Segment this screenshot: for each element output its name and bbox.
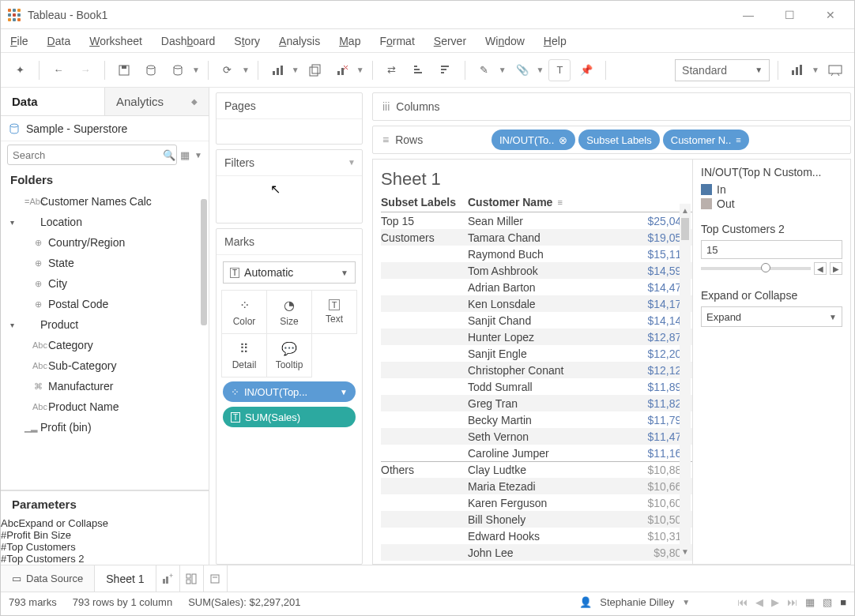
menu-data[interactable]: Data: [47, 35, 71, 47]
menu-format[interactable]: Format: [379, 35, 414, 47]
menu-window[interactable]: Window: [485, 35, 525, 47]
param-top-customers-2[interactable]: #Top Customers 2: [1, 553, 209, 565]
sort-asc-button[interactable]: [408, 59, 430, 81]
tab-datasource[interactable]: ▭Data Source: [1, 565, 95, 592]
header-subset-labels[interactable]: Subset Labels: [381, 196, 468, 208]
sheet-title[interactable]: Sheet 1: [381, 166, 692, 196]
filters-menu-icon[interactable]: ▼: [348, 158, 356, 167]
table-row[interactable]: Top 15Sean Miller$25,043: [381, 212, 692, 229]
field-manufacturer[interactable]: ⌘Manufacturer: [1, 376, 199, 396]
field-state[interactable]: ⊕State: [1, 253, 199, 273]
columns-shelf[interactable]: iiiColumns: [372, 92, 851, 121]
sheet-scrollbar[interactable]: ▲ ▼: [680, 204, 691, 558]
mark-detail-button[interactable]: ⠿Detail: [221, 333, 267, 377]
param-profit-bin-size[interactable]: #Profit Bin Size: [1, 529, 209, 541]
table-row[interactable]: OthersClay Ludtke$10,881: [381, 461, 692, 478]
remove-icon[interactable]: ⊗: [559, 134, 567, 146]
mark-size-button[interactable]: ◔Size: [266, 290, 312, 334]
param-expand-or-collapse[interactable]: AbcExpand or Collapse: [1, 517, 209, 529]
fit-dropdown[interactable]: Standard▼: [675, 59, 770, 81]
new-worksheet-button[interactable]: +: [156, 565, 180, 592]
slider-prev-button[interactable]: ◀: [814, 262, 827, 275]
table-row[interactable]: Todd Sumrall$11,892: [381, 378, 692, 395]
nav-last-icon[interactable]: ⏭: [787, 596, 797, 608]
table-row[interactable]: Greg Tran$11,820: [381, 395, 692, 411]
view-tiles-icon[interactable]: ▧: [823, 596, 832, 608]
row-pill-customer[interactable]: Customer N..≡: [663, 130, 749, 150]
field-city[interactable]: ⊕City: [1, 273, 199, 294]
mark-tooltip-button[interactable]: 💬Tooltip: [266, 333, 312, 377]
table-row[interactable]: Hunter Lopez$12,873: [381, 329, 692, 345]
status-user[interactable]: Stephanie Dilley: [600, 596, 674, 608]
new-story-button[interactable]: [204, 565, 228, 592]
labels-button[interactable]: T: [548, 59, 571, 81]
table-row[interactable]: John Lee$9,800: [381, 544, 692, 561]
clear-sheet-button[interactable]: [331, 59, 353, 81]
present-button[interactable]: [824, 59, 846, 81]
field-customer-names-calc[interactable]: =AbcCustomer Names Calc: [1, 191, 199, 212]
table-row[interactable]: Tom Ashbrook$14,596: [381, 262, 692, 279]
tableau-icon[interactable]: ✦: [9, 59, 31, 81]
table-row[interactable]: Raymond Buch$15,117: [381, 246, 692, 262]
menu-file[interactable]: File: [10, 35, 28, 47]
table-row[interactable]: Seth Vernon$11,471: [381, 428, 692, 445]
field-sub-category[interactable]: AbcSub-Category: [1, 355, 199, 376]
menu-dashboard[interactable]: Dashboard: [161, 35, 216, 47]
swap-button[interactable]: ⇄: [381, 59, 403, 81]
table-row[interactable]: Christopher Conant$12,129: [381, 362, 692, 378]
table-row[interactable]: Caroline Jumper$11,165: [381, 445, 692, 461]
legend-out[interactable]: Out: [701, 197, 842, 210]
slider-next-button[interactable]: ▶: [830, 262, 842, 275]
maximize-button[interactable]: ☐: [778, 9, 800, 21]
autosave-button[interactable]: [167, 59, 189, 81]
new-datasource-button[interactable]: [140, 59, 162, 81]
field-profit-bin-[interactable]: ▁▂Profit (bin): [1, 417, 199, 438]
field-category[interactable]: AbcCategory: [1, 335, 199, 355]
mark-color-button[interactable]: ⁘Color: [221, 290, 267, 334]
table-row[interactable]: Bill Shonely$10,502: [381, 511, 692, 528]
mark-pill-sum-sales[interactable]: T SUM(Sales): [223, 407, 356, 427]
param-topcustomers-value[interactable]: 15: [701, 240, 842, 259]
mark-pill-inout[interactable]: ⁘ IN/OUT(Top...▼: [223, 381, 356, 402]
table-row[interactable]: Becky Martin$11,790: [381, 411, 692, 428]
view-grid-icon[interactable]: ▦: [805, 596, 815, 608]
nav-first-icon[interactable]: ⏮: [737, 596, 748, 608]
field-postal-code[interactable]: ⊕Postal Code: [1, 294, 199, 314]
view-toggle-icon[interactable]: ▦: [180, 149, 190, 161]
new-dashboard-button[interactable]: [180, 565, 204, 592]
field-country-region[interactable]: ⊕Country/Region: [1, 232, 199, 253]
sort-desc-button[interactable]: [435, 59, 457, 81]
table-row[interactable]: Sanjit Chand$14,142: [381, 312, 692, 329]
menu-map[interactable]: Map: [339, 35, 360, 47]
menu-story[interactable]: Story: [234, 35, 260, 47]
forward-button[interactable]: →: [74, 59, 96, 81]
field-product-name[interactable]: AbcProduct Name: [1, 396, 199, 417]
showme-button[interactable]: [786, 59, 808, 81]
table-row[interactable]: Maria Etezadi$10,664: [381, 478, 692, 494]
table-row[interactable]: Adrian Barton$14,474: [381, 279, 692, 295]
table-row[interactable]: Edward Hooks$10,311: [381, 528, 692, 544]
save-button[interactable]: [113, 59, 135, 81]
back-button[interactable]: ←: [47, 59, 70, 81]
close-button[interactable]: ✕: [819, 9, 842, 21]
row-pill-subset[interactable]: Subset Labels: [578, 130, 659, 150]
menu-worksheet[interactable]: Worksheet: [89, 35, 142, 47]
field-location[interactable]: ▾Location: [1, 212, 199, 232]
header-customer-name[interactable]: Customer Name: [468, 196, 552, 208]
param-top-customers[interactable]: #Top Customers: [1, 541, 209, 553]
param-topcustomers-slider[interactable]: ◀ ▶: [701, 262, 842, 275]
mark-text-button[interactable]: TText: [311, 290, 357, 334]
tree-scrollbar[interactable]: [201, 191, 207, 490]
table-row[interactable]: CustomersTamara Chand$19,052: [381, 229, 692, 246]
view-full-icon[interactable]: ■: [840, 596, 846, 608]
pages-shelf[interactable]: Pages: [216, 92, 363, 145]
tab-sheet1[interactable]: Sheet 1: [95, 565, 156, 592]
search-input[interactable]: [7, 145, 177, 165]
legend-in[interactable]: In: [701, 183, 842, 196]
refresh-button[interactable]: ⟳: [217, 59, 239, 81]
param-expand-dropdown[interactable]: Expand▼: [701, 306, 842, 327]
duplicate-sheet-button[interactable]: [304, 59, 326, 81]
highlight-button[interactable]: ✎: [473, 59, 495, 81]
new-sheet-button[interactable]: [266, 59, 288, 81]
tab-analytics[interactable]: Analytics◆: [104, 88, 209, 115]
